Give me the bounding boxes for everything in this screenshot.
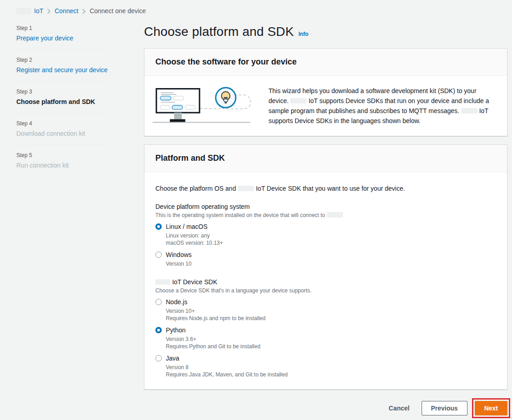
lightbulb-icon (216, 88, 236, 108)
breadcrumb-item-connect-one-device: Connect one device (89, 7, 146, 15)
radio-option-detail-line: Version 10+ (166, 307, 496, 315)
main-content: Choose platform and SDK Info Choose the … (144, 24, 507, 418)
radio-icon-selected[interactable] (155, 223, 162, 230)
sdk-group-label: IoT Device SDK (155, 278, 496, 286)
platform-card-title: Platform and SDK (144, 145, 507, 172)
cancel-button[interactable]: Cancel (387, 402, 412, 415)
os-group-label: Device platform operating system (155, 203, 496, 210)
step-number: Step 4 (16, 120, 108, 127)
software-card-description: This wizard helps you download a softwar… (268, 82, 498, 126)
step-number: Step 5 (16, 152, 108, 158)
radio-option-label: Linux / macOS (166, 223, 208, 230)
radio-option-label: Windows (166, 251, 192, 258)
os-radio-group: Device platform operating system This is… (155, 203, 496, 267)
radio-icon-unselected[interactable] (155, 252, 162, 258)
radio-option-detail-line: Version 10 (166, 260, 496, 267)
monitor-icon (156, 89, 199, 122)
device-sdk-illustration (152, 82, 256, 128)
step-link-run-connection-kit: Run connection kit (16, 162, 108, 169)
radio-option-detail-line: Requires Java JDK, Maven, and Git to be … (166, 371, 496, 378)
sdk-options-list: Node.jsVersion 10+Requires Node.js and n… (155, 298, 496, 378)
info-link[interactable]: Info (298, 31, 308, 37)
radio-option-details: Linux version: anymacOS version: 10.13+ (166, 232, 496, 247)
redacted-text (155, 279, 170, 285)
radio-option-details: Version 10+Requires Node.js and npm to b… (166, 307, 496, 322)
radio-option-details: Version 10 (166, 260, 496, 267)
wizard-footer: Cancel Previous Next (144, 398, 507, 418)
redacted-text (327, 212, 343, 217)
step-link-download-connection-kit: Download connection kit (16, 130, 108, 137)
page-title: Choose platform and SDK (144, 25, 294, 39)
step-number: Step 3 (16, 89, 108, 95)
os-group-description: This is the operating system installed o… (155, 212, 496, 218)
step-item-download-connection-kit: Step 4Download connection kit (16, 114, 108, 145)
platform-card-body: Choose the platform OS and IoT Device SD… (144, 172, 507, 389)
step-link-choose-platform-and-sdk: Choose platform and SDK (16, 98, 108, 105)
radio-option-details: Version 3.6+Requires Python and Git to b… (166, 336, 496, 350)
radio-icon-selected[interactable] (155, 327, 162, 333)
sdk-group-description: Choose a Device SDK that's in a language… (155, 287, 496, 294)
breadcrumb-label: Connect (55, 7, 78, 15)
next-button[interactable]: Next (475, 401, 507, 415)
steps-sidebar: Step 1Prepare your deviceStep 2Register … (16, 24, 144, 418)
previous-button[interactable]: Previous (422, 401, 467, 415)
page-layout: Step 1Prepare your deviceStep 2Register … (0, 24, 512, 418)
radio-option-detail-line: Version 8 (166, 364, 496, 371)
os-options-list: Linux / macOSLinux version: anymacOS ver… (155, 223, 496, 267)
step-item-prepare-your-device: Step 1Prepare your device (16, 24, 108, 50)
radio-option-python[interactable]: PythonVersion 3.6+Requires Python and Gi… (155, 326, 496, 350)
radio-option-label: Node.js (166, 298, 187, 306)
radio-option-detail-line: Requires Node.js and npm to be installed (166, 315, 496, 322)
radio-option-label: Python (166, 326, 186, 334)
step-number: Step 2 (16, 57, 108, 63)
redacted-text (461, 108, 477, 114)
platform-intro-text: Choose the platform OS and IoT Device SD… (155, 185, 496, 192)
step-link-register-and-secure-your-device[interactable]: Register and secure your device (16, 66, 108, 74)
platform-card: Platform and SDK Choose the platform OS … (144, 144, 507, 390)
breadcrumb-chevron-icon (82, 9, 85, 14)
radio-option-detail-line: Linux version: any (166, 232, 496, 239)
radio-option-detail-line: Requires Python and Git to be installed (166, 343, 496, 350)
software-card-title: Choose the software for your device (144, 49, 507, 76)
redacted-text (290, 98, 307, 104)
radio-option-node-js[interactable]: Node.jsVersion 10+Requires Node.js and n… (155, 298, 496, 322)
step-item-register-and-secure-your-device: Step 2Register and secure your device (16, 50, 108, 82)
next-button-highlight-annotation: Next (472, 398, 510, 418)
software-card-body: This wizard helps you download a softwar… (144, 76, 507, 136)
breadcrumb-item-connect[interactable]: Connect (55, 7, 78, 15)
radio-option-detail-line: Version 3.6+ (166, 336, 496, 343)
breadcrumb: IoTConnectConnect one device (0, 0, 512, 15)
step-link-prepare-your-device[interactable]: Prepare your device (16, 35, 108, 42)
radio-option-details: Version 8Requires Java JDK, Maven, and G… (166, 364, 496, 378)
redacted-text (16, 8, 31, 15)
radio-option-java[interactable]: JavaVersion 8Requires Java JDK, Maven, a… (155, 355, 496, 378)
connect-one-device-wizard: IoTConnectConnect one device Step 1Prepa… (0, 0, 512, 418)
radio-icon-unselected[interactable] (155, 299, 162, 305)
breadcrumb-chevron-icon (47, 9, 50, 14)
breadcrumb-label: IoT (34, 7, 43, 15)
radio-option-detail-line: macOS version: 10.13+ (166, 239, 496, 247)
software-card: Choose the software for your device (144, 48, 507, 136)
sdk-radio-group: IoT Device SDK Choose a Device SDK that'… (155, 278, 496, 378)
page-header: Choose platform and SDK Info (144, 25, 507, 39)
breadcrumb-item-iot[interactable]: IoT (16, 7, 43, 15)
step-item-run-connection-kit: Step 5Run connection kit (16, 145, 108, 177)
breadcrumb-label: Connect one device (89, 7, 146, 15)
step-item-choose-platform-and-sdk: Step 3Choose platform and SDK (16, 82, 108, 114)
radio-icon-unselected[interactable] (155, 355, 162, 361)
step-number: Step 1 (16, 25, 108, 31)
radio-option-windows[interactable]: WindowsVersion 10 (155, 251, 496, 267)
radio-option-label: Java (166, 355, 179, 362)
redacted-text (238, 186, 254, 191)
radio-option-linux-macos[interactable]: Linux / macOSLinux version: anymacOS ver… (155, 223, 496, 247)
